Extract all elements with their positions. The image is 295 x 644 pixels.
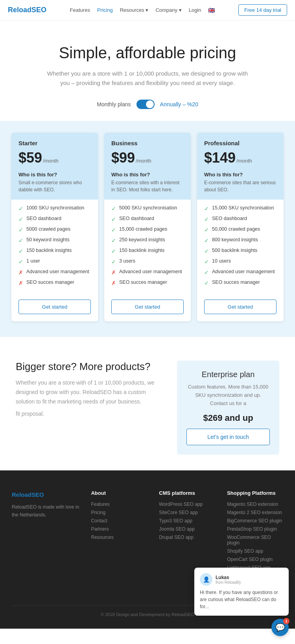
toggle-knob — [146, 100, 154, 108]
feature-item: ✓ 15,000 SKU synchronisation — [204, 205, 277, 212]
footer-link[interactable]: Pricing — [91, 510, 147, 515]
feature-text: 10 users — [212, 258, 231, 264]
feature-item: ✓ SEO dashboard — [18, 216, 91, 222]
check-icon: ✓ — [111, 205, 116, 212]
footer-link[interactable]: Joomla SEO app — [159, 526, 215, 532]
card-who-desc: E-commerce sites with a interest in SEO.… — [111, 179, 184, 193]
footer-link[interactable]: Drupal SEO app — [159, 535, 215, 540]
card-cta: Get started — [197, 296, 284, 321]
check-icon: ✓ — [111, 259, 116, 265]
brand-logo[interactable]: ReloadSEO — [8, 6, 46, 14]
nav-company[interactable]: Company ▾ — [155, 7, 181, 13]
check-icon: ✓ — [204, 269, 209, 276]
nav-features[interactable]: Features — [70, 7, 90, 13]
footer-link[interactable]: WordPress SEO app — [159, 502, 215, 507]
footer-logo: ReloadSEO — [12, 490, 79, 500]
feature-text: 800 keyword insights — [212, 237, 258, 242]
trial-button[interactable]: Free 14 day trial — [238, 4, 287, 16]
language-flag[interactable]: 🇬🇧 — [208, 7, 215, 13]
feature-item: ✓ 250 keyword insights — [111, 237, 184, 244]
card-who-title: Who is this for? — [18, 172, 91, 178]
check-icon: ✓ — [204, 248, 209, 254]
enterprise-card: Enterprise plan Custom features. More th… — [177, 361, 279, 455]
pricing-section: Starter $59 /month Who is this for? Smal… — [0, 121, 295, 337]
billing-toggle-row: Monthly plans Annually – %20 — [16, 100, 279, 109]
cross-icon: ✗ — [18, 280, 23, 286]
enterprise-plan-desc: Custom features. More than 15,000 SKU sy… — [186, 383, 270, 407]
get-started-button[interactable]: Get started — [18, 300, 91, 314]
get-started-button[interactable]: Get started — [204, 300, 277, 314]
chat-popup: 👤 Lukas from Reloadify Hi there. If you … — [194, 568, 289, 616]
chat-agent-name: Lukas — [216, 575, 241, 580]
card-header: Business $99 /month Who is this for? E-c… — [104, 133, 191, 200]
footer-link[interactable]: OpenCart SEO plugin — [227, 557, 283, 562]
footer-link[interactable]: WooCommerce SEO plugin — [227, 535, 283, 546]
card-features: ✓ 5000 SKU synchronisation ✓ SEO dashboa… — [104, 200, 191, 296]
nav-pricing[interactable]: Pricing — [97, 7, 113, 13]
card-title: Starter — [18, 140, 91, 146]
footer-brand-text: ReloadSEO is made with love in the Nethe… — [12, 504, 79, 517]
check-icon: ✓ — [18, 237, 23, 244]
footer-link[interactable]: Resources — [91, 535, 147, 540]
footer-about: About FeaturesPricingContactPartnersReso… — [91, 490, 147, 590]
feature-item: ✓ 3 users — [111, 258, 184, 265]
enterprise-plan-title: Enterprise plan — [186, 370, 270, 379]
footer-link[interactable]: Shopify SEO app — [227, 548, 283, 554]
footer-link[interactable]: SiteCore SEO app — [159, 510, 215, 515]
card-cta: Get started — [104, 296, 191, 321]
nav-login[interactable]: Login — [189, 7, 201, 13]
check-icon: ✓ — [204, 216, 209, 222]
card-title: Business — [111, 140, 184, 146]
feature-item: ✓ 1000 SKU synchronisation — [18, 205, 91, 212]
feature-text: 1 user — [26, 258, 40, 264]
footer-link[interactable]: PrestaShop SEO plugin — [227, 526, 283, 532]
pricing-wrapper: Starter $59 /month Who is this for? Smal… — [8, 133, 287, 321]
check-icon: ✓ — [18, 227, 23, 233]
footer-link[interactable]: Contact — [91, 518, 147, 524]
feature-item: ✓ SEO dashboard — [111, 216, 184, 222]
feature-item: ✗ Advanced user management — [18, 269, 91, 276]
card-who-desc: E-commerce sites that are serious about … — [204, 179, 277, 193]
feature-text: SEO dashboard — [212, 216, 247, 221]
check-icon: ✓ — [204, 280, 209, 286]
feature-text: SEO succes manager — [119, 279, 167, 285]
feature-item: ✗ Advanced user management — [111, 269, 184, 276]
navbar: ReloadSEO Features Pricing Resources ▾ C… — [0, 0, 295, 20]
feature-text: 150 backlink insights — [119, 248, 164, 253]
hero-subtitle: Whether you are a store with 1 or 10,000… — [45, 69, 250, 88]
feature-text: SEO dashboard — [119, 216, 154, 221]
footer-link[interactable]: Magento SEO extension — [227, 502, 283, 507]
footer-brand: ReloadSEO ReloadSEO is made with love in… — [12, 490, 79, 590]
card-period: /month — [43, 158, 59, 164]
feature-item: ✓ 150 backlink insights — [111, 248, 184, 254]
feature-text: 50,000 crawled pages — [212, 226, 260, 232]
feature-text: 150 backlink insights — [26, 248, 72, 253]
feature-text: SEO dashboard — [26, 216, 61, 221]
feature-item: ✓ 50 keyword insights — [18, 237, 91, 244]
card-who-desc: Small e-commerce stores who dabble with … — [18, 179, 91, 193]
enterprise-price: $269 and up — [186, 413, 270, 423]
footer-link[interactable]: Magento 2 SEO extension — [227, 510, 283, 515]
footer-about-title: About — [91, 490, 147, 496]
footer-link[interactable]: Typo3 SEO app — [159, 518, 215, 524]
nav-resources[interactable]: Resources ▾ — [120, 7, 149, 13]
check-icon: ✓ — [18, 248, 23, 254]
feature-text: 15,000 crawled pages — [119, 226, 167, 232]
chat-agent-sub: from Reloadify — [216, 580, 241, 585]
enterprise-title: Bigger store? More products? — [16, 361, 161, 373]
footer-link[interactable]: Partners — [91, 526, 147, 532]
feature-item: ✓ 150 backlink insights — [18, 248, 91, 254]
check-icon: ✓ — [111, 227, 116, 233]
footer-link[interactable]: BigCommerce SEO plugin — [227, 518, 283, 524]
get-started-button[interactable]: Get started — [111, 300, 184, 314]
feature-item: ✓ 800 keyword insights — [204, 237, 277, 244]
footer-shopping-title: Shopping Platforms — [227, 490, 283, 496]
check-icon: ✓ — [18, 259, 23, 265]
enterprise-section: Bigger store? More products? Whether you… — [0, 337, 295, 470]
annually-label: Annually – %20 — [160, 101, 198, 107]
enterprise-cta-button[interactable]: Let's get in touch — [186, 429, 270, 445]
feature-item: ✗ SEO succes manager — [18, 279, 91, 286]
card-dollar: $59 — [18, 150, 42, 166]
footer-link[interactable]: Features — [91, 502, 147, 507]
billing-toggle[interactable] — [136, 100, 155, 109]
